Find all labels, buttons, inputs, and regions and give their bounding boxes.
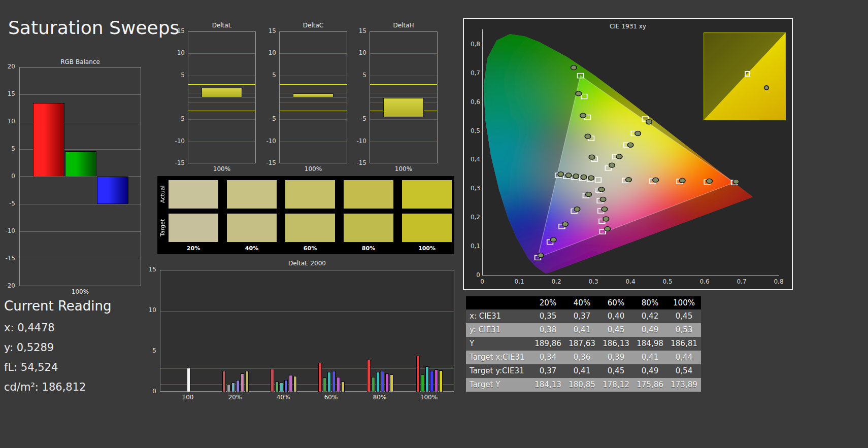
delta-e-plot — [160, 270, 454, 392]
current-reading-heading: Current Reading — [4, 298, 156, 314]
rgb-balance-title: RGB Balance — [19, 58, 141, 65]
table-cell: 0,49 — [633, 364, 667, 378]
cie-y-tick-label: 0,4 — [466, 156, 480, 163]
cie-x-axis — [482, 275, 779, 275]
table-cell: 0,41 — [633, 351, 667, 364]
gridline — [280, 76, 347, 76]
table-cell: 186,13 — [599, 337, 633, 351]
limit-line — [370, 93, 437, 93]
cie-y-tick-label: 0,8 — [466, 41, 480, 48]
delta_l-title: DeltaL — [188, 22, 256, 29]
table-header-cell — [466, 296, 531, 309]
table-cell: 0,45 — [599, 323, 633, 337]
delta-e-bar — [289, 375, 292, 392]
delta-e-2000-chart: DeltaE 200015105010020%40%60%80%100% — [142, 259, 467, 411]
delta-e-bar — [327, 372, 331, 392]
table-header-cell: 20% — [531, 296, 565, 309]
cie-x-tick-label: 0 — [474, 278, 490, 285]
cyan-measured-marker — [581, 175, 587, 179]
delta-e-bar — [376, 372, 380, 392]
gridline — [188, 76, 255, 76]
delta_l-x-label: 100% — [188, 165, 256, 173]
blue-measured-marker — [574, 207, 580, 212]
swatch-column-label: 40% — [227, 245, 277, 252]
yellow-measured-marker — [627, 143, 633, 147]
swatch-column-label: 60% — [285, 245, 335, 252]
table-cell: 0,40 — [599, 309, 633, 323]
y-tick-label: -10 — [353, 137, 366, 145]
cie-x-tick-label: 0,4 — [622, 278, 639, 285]
bar-green — [65, 151, 96, 177]
green-measured-marker — [571, 65, 577, 70]
measurement-table: 20%40%60%80%100%x: CIE310,350,370,400,42… — [466, 296, 701, 392]
saturation-swatch-panel: ActualTarget20%40%60%80%100% — [157, 176, 454, 254]
limit-line — [370, 142, 437, 142]
delta-e-bar — [280, 383, 283, 392]
table-row-label: Target Y — [466, 378, 531, 392]
delta-e-bar — [318, 363, 322, 392]
y-tick-label: -15 — [353, 159, 366, 166]
delta-c-chart: DeltaC15105-5-10-15100% — [263, 20, 349, 178]
y-tick-label: 10 — [353, 49, 366, 56]
y-tick-label: -15 — [172, 159, 185, 166]
current-reading-panel: Current Reading x: 0,4478y: 0,5289fL: 54… — [4, 298, 156, 401]
y-tick-label: -15 — [0, 255, 15, 262]
table-row: Target y:CIE310,370,410,450,490,54 — [466, 364, 701, 378]
delta_h-x-label: 100% — [370, 165, 438, 173]
table-cell: 0,44 — [667, 351, 701, 364]
cie-y-tick-label: 0,3 — [466, 185, 480, 192]
target-swatch-80% — [344, 214, 393, 242]
table-row: x: CIE310,350,370,400,420,45 — [466, 309, 701, 323]
delta-e-group-label: 60% — [320, 394, 342, 401]
table-cell: 0,38 — [531, 323, 565, 337]
delta-e-bar — [323, 377, 326, 392]
table-cell: 173,89 — [667, 378, 701, 392]
limit-line — [280, 84, 347, 85]
delta-e-bar — [187, 368, 190, 392]
cyan-measured-marker — [573, 174, 579, 179]
delta-e-group-label: 80% — [369, 394, 391, 401]
yellow-measured-marker — [646, 120, 652, 124]
inset-target-square — [745, 71, 750, 77]
delta-e-bar — [367, 360, 371, 392]
red-measured-marker — [707, 179, 713, 183]
y-tick-label: -5 — [353, 115, 366, 122]
cie-x-tick-label: 0,7 — [733, 278, 750, 285]
delta-e-bar — [341, 382, 345, 392]
delta_l-plot — [188, 31, 256, 163]
red-measured-marker — [626, 178, 632, 182]
table-cell: 0,37 — [531, 364, 565, 378]
y-tick-label: 5 — [353, 72, 366, 79]
magenta-measured-marker — [605, 226, 611, 231]
actual-swatch-60% — [285, 180, 335, 209]
table-cell: 186,81 — [667, 337, 701, 351]
gridline — [370, 76, 437, 76]
y-tick-label: 5 — [0, 145, 15, 152]
table-header-cell: 100% — [667, 296, 701, 309]
delta-e-group-label: 40% — [272, 394, 294, 401]
gridline — [188, 119, 255, 120]
y-tick-label: -5 — [263, 115, 276, 122]
current-reading-values: x: 0,4478y: 0,5289fL: 54,524cd/m²: 186,8… — [4, 322, 156, 401]
green-measured-marker — [589, 155, 595, 159]
delta-e-bar — [416, 356, 420, 392]
yellow-measured-marker — [609, 163, 615, 167]
red-measured-marker — [733, 180, 739, 184]
y-tick-label: -15 — [263, 159, 276, 166]
table-header-cell: 80% — [633, 296, 667, 309]
blue-measured-marker — [586, 192, 592, 197]
table-header-cell: 60% — [599, 296, 633, 309]
blue-measured-marker — [538, 253, 544, 258]
delta-e-bar — [421, 374, 424, 392]
magenta-measured-marker — [598, 187, 605, 192]
y-tick-label: -10 — [172, 137, 185, 145]
y-tick-label: 10 — [263, 49, 276, 56]
green-measured-marker — [585, 134, 591, 139]
table-cell: 180,85 — [565, 378, 599, 392]
y-tick-label: 15 — [172, 27, 185, 35]
limit-line — [160, 384, 454, 385]
gridline — [280, 119, 347, 120]
delta-e-bar — [337, 377, 340, 392]
y-tick-label: 15 — [144, 266, 156, 273]
delta-e-group-label: 20% — [224, 394, 246, 401]
